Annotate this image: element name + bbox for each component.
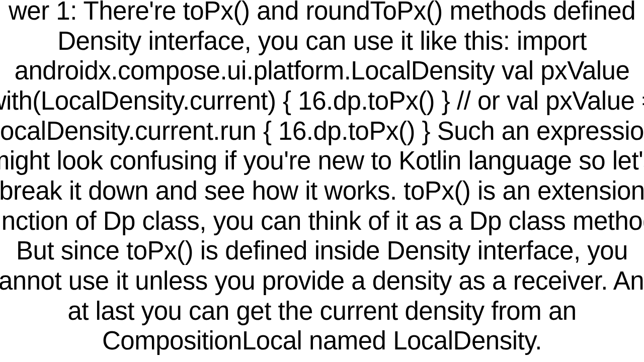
answer-text-block: wer 1: There're toPx() and roundToPx() m… (0, 0, 644, 356)
